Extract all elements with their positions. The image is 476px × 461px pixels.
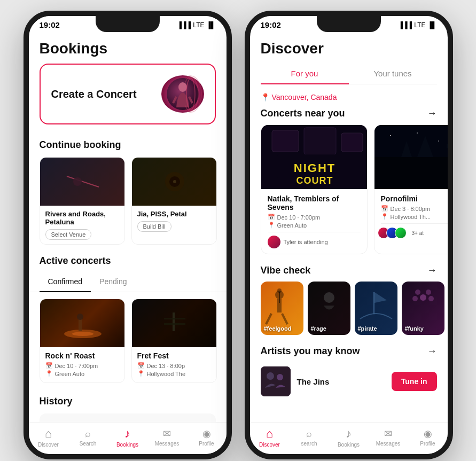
artists-title: Artists you may know: [261, 346, 360, 357]
concert-card-fret-title: Fret Fest: [137, 351, 211, 360]
svg-point-57: [277, 374, 283, 380]
svg-text:NIGHT: NIGHT: [293, 161, 335, 175]
tab-confirmed[interactable]: Confirmed: [40, 273, 91, 292]
calendar-icon: 📅: [45, 362, 53, 369]
nav-discover-label: Discover: [38, 442, 59, 448]
booking-card-rivers[interactable]: Rivers and Roads, Petaluna Select Venue: [40, 157, 125, 245]
nav-bookings[interactable]: ♪ Bookings: [112, 427, 144, 448]
discover-scroll: Discover For you Your tunes 📍 Vancouver,…: [250, 32, 448, 422]
night-court-stage: NIGHT COURT: [261, 125, 368, 189]
profile-icon-2: ◉: [424, 428, 432, 440]
svg-point-3: [186, 78, 195, 110]
artists-arrow[interactable]: →: [427, 346, 437, 357]
nav-profile[interactable]: ◉ Profile: [191, 428, 223, 447]
concert-natlak-date: 📅 Dec 10 · 7:00pm: [268, 214, 361, 221]
bookings-scroll: Bookings Create a Concert: [29, 32, 227, 422]
vibe-check-title: Vibe check: [261, 265, 311, 276]
active-cards-scroll: Rock n' Roast 📅 Dec 10 · 7:00pm 📍 Green …: [29, 299, 227, 392]
attendee-count: [381, 227, 407, 239]
search-icon: ⌕: [85, 428, 91, 440]
nav-profile-2[interactable]: ◉ Profile: [412, 428, 444, 447]
tab-pending[interactable]: Pending: [91, 273, 135, 292]
nav-bookings-2[interactable]: ♪ Bookings: [333, 427, 365, 448]
concert-natlak-venue: 📍 Green Auto: [268, 222, 361, 229]
vibe-check-arrow[interactable]: →: [427, 265, 437, 276]
concert-card-fret-img: [132, 299, 217, 347]
concert-fret-visual: [132, 299, 217, 347]
home-icon-2: ⌂: [266, 427, 273, 441]
concert-pornofilmi-venue: 📍 Hollywood Th...: [381, 213, 448, 220]
nav-messages-2[interactable]: ✉ Messages: [372, 428, 404, 447]
concert-natlak-body: Natlak, Tremblers of Sevens 📅 Dec 10 · 7…: [261, 189, 367, 254]
status-time: 19:02: [40, 20, 60, 29]
booking-card-rivers-img: [40, 158, 125, 206]
svg-point-37: [417, 132, 418, 134]
status-time-2: 19:02: [261, 20, 281, 29]
concert-card-rock-img: [40, 299, 125, 347]
location-badge: 📍 Vancouver, Canada: [250, 89, 448, 106]
vibe-funky[interactable]: #funky: [402, 282, 444, 335]
nav-search-2[interactable]: ⌕ search: [293, 428, 325, 447]
nav-messages-label: Messages: [155, 441, 180, 447]
svg-point-50: [420, 294, 426, 301]
svg-point-51: [415, 290, 420, 295]
attendee-avatar: [268, 236, 280, 248]
vibe-rage-label: #rage: [311, 325, 326, 332]
vibe-pirate[interactable]: #pirate: [355, 282, 397, 335]
phone-discover: 19:02 ▐▐▐ LTE ▐▌ Discover For you Your t…: [245, 11, 453, 459]
tab-for-you[interactable]: For you: [261, 64, 349, 84]
nav-search[interactable]: ⌕ Search: [72, 428, 104, 447]
booking-card-jia-img: [132, 158, 217, 206]
pin-icon: 📍: [45, 370, 53, 377]
concert-rock-visual: [40, 299, 125, 347]
nav-discover-2[interactable]: ⌂ Discover: [254, 427, 286, 448]
svg-point-48: [324, 292, 334, 303]
pin-icon-2: 📍: [137, 370, 145, 377]
svg-rect-20: [164, 323, 185, 325]
concert-natlak-card[interactable]: NIGHT COURT Natlak, Tremblers of Sevens …: [261, 124, 368, 254]
history-placeholder: [40, 413, 216, 422]
booking-chip-rivers[interactable]: Select Venue: [45, 229, 92, 240]
signal-icon-2: ▐▐▐: [399, 21, 412, 29]
bottom-nav-discover: ⌂ Discover ⌕ search ♪ Bookings ✉ Message…: [250, 422, 448, 454]
svg-point-40: [438, 140, 439, 142]
home-icon: ⌂: [45, 427, 52, 441]
nav-discover-label-2: Discover: [259, 442, 280, 448]
nav-messages[interactable]: ✉ Messages: [151, 428, 183, 447]
svg-point-11: [173, 180, 176, 183]
svg-rect-25: [341, 133, 363, 152]
create-concert-card[interactable]: Create a Concert: [40, 64, 216, 124]
concerts-near-arrow[interactable]: →: [427, 108, 437, 119]
vibe-feelgood[interactable]: #feelgood: [261, 282, 303, 335]
history-title: History: [29, 392, 227, 413]
tab-your-tunes[interactable]: Your tunes: [349, 64, 437, 84]
location-pin-icon: 📍: [261, 93, 270, 101]
svg-point-47: [277, 288, 282, 293]
concert-card-rock[interactable]: Rock n' Roast 📅 Dec 10 · 7:00pm 📍 Green …: [40, 299, 125, 383]
active-concerts-title: Active concerts: [29, 251, 227, 273]
vibe-feelgood-label: #feelgood: [264, 325, 292, 332]
tune-in-button[interactable]: Tune in: [392, 372, 437, 391]
cal-icon-3: 📅: [268, 214, 275, 221]
svg-point-56: [267, 372, 274, 380]
concerts-near-title: Concerts near you: [261, 108, 345, 119]
booking-chip-jia[interactable]: Build Bill: [137, 221, 171, 232]
concert-card-fret[interactable]: Fret Fest 📅 Dec 13 · 8:00p 📍 Hollywood T…: [131, 299, 217, 383]
create-concert-image: [161, 75, 204, 113]
svg-rect-49: [373, 292, 374, 314]
search-icon-2: ⌕: [306, 428, 312, 440]
concert-pornofilmi-date: 📅 Dec 3 · 8:00pm: [381, 205, 448, 212]
svg-rect-23: [272, 130, 299, 152]
nav-search-label-2: search: [301, 441, 317, 447]
vibe-rage[interactable]: #rage: [308, 282, 350, 335]
svg-line-1: [173, 97, 176, 103]
booking-card-jia-body: Jia, PISS, Petal Build Bill: [132, 206, 216, 236]
artist-jins-row[interactable]: The Jins Tune in: [250, 362, 448, 401]
concert-pornofilmi-body: Pornofilmi 📅 Dec 3 · 8:00pm 📍 Hollywood …: [374, 189, 448, 244]
concert-pornofilmi-card[interactable]: Pornofilmi 📅 Dec 3 · 8:00pm 📍 Hollywood …: [374, 124, 448, 254]
pin-icon-4: 📍: [381, 213, 388, 220]
svg-rect-19: [164, 318, 185, 319]
nav-discover[interactable]: ⌂ Discover: [33, 427, 65, 448]
booking-card-jia[interactable]: Jia, PISS, Petal Build Bill: [131, 157, 217, 245]
vibe-check-header: Vibe check →: [250, 263, 448, 282]
